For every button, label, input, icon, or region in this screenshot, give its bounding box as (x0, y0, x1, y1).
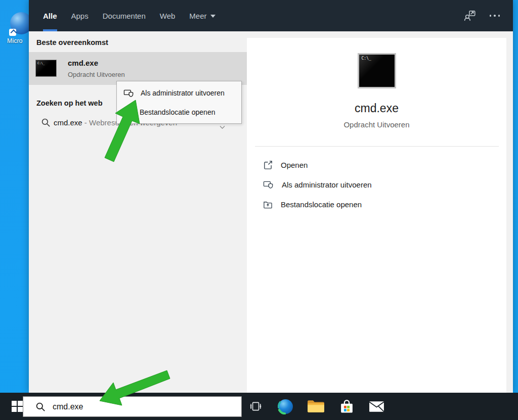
tab-meer-label: Meer (189, 12, 206, 20)
edge-icon (278, 399, 293, 414)
search-icon (41, 118, 51, 129)
tab-apps-label: Apps (71, 12, 89, 20)
context-menu: Als administrator uitvoeren Bestandsloca… (116, 81, 242, 124)
tab-web[interactable]: Web (160, 0, 176, 31)
mail-button[interactable] (365, 393, 387, 420)
context-menu-item-run-as-admin[interactable]: Als administrator uitvoeren (117, 83, 241, 103)
tab-documenten[interactable]: Documenten (103, 0, 146, 31)
open-file-location-icon (123, 108, 133, 117)
preview-panel: C:\_ cmd.exe Opdracht Uitvoeren Openen (247, 38, 506, 393)
result-title: cmd.exe (68, 59, 98, 67)
folder-icon (307, 399, 324, 413)
shortcut-arrow-icon (9, 29, 16, 36)
run-as-admin-icon (263, 180, 274, 190)
result-subtitle: Opdracht Uitvoeren (68, 71, 125, 78)
search-icon (35, 402, 46, 412)
best-match-section-title: Beste overeenkomst (36, 38, 108, 46)
web-search-section-title: Zoeken op het web (36, 99, 103, 107)
search-filter-bar: Alle Apps Documenten Web Meer (29, 0, 513, 31)
open-file-location-icon (263, 200, 273, 209)
tab-meer[interactable]: Meer (189, 0, 215, 31)
cmd-app-icon: C:\_ (35, 60, 57, 77)
context-menu-item-label: Bestandslocatie openen (140, 108, 215, 116)
windows-logo-icon (12, 401, 23, 412)
taskbar-search-box[interactable] (23, 396, 242, 417)
tab-documenten-label: Documenten (103, 12, 146, 20)
account-icon[interactable] (463, 9, 477, 22)
file-explorer-button[interactable] (305, 393, 327, 420)
action-open-file-location[interactable]: Bestandslocatie openen (247, 195, 506, 214)
edge-browser-button[interactable] (274, 393, 296, 420)
action-label: Als administrator uitvoeren (282, 180, 372, 189)
best-match-result-cmd[interactable]: C:\_ cmd.exe Opdracht Uitvoeren (29, 52, 247, 85)
action-label: Openen (281, 161, 308, 169)
tab-alle[interactable]: Alle (43, 0, 57, 31)
action-open[interactable]: Openen (247, 155, 506, 175)
mail-icon (368, 400, 385, 413)
preview-app-title: cmd.exe (355, 102, 399, 115)
cmd-app-icon-large: C:\_ (358, 53, 396, 88)
search-flyout-window: Alle Apps Documenten Web Meer (29, 0, 513, 393)
more-options-icon[interactable] (490, 15, 500, 17)
store-icon (339, 399, 355, 414)
preview-app-subtitle: Opdracht Uitvoeren (343, 120, 409, 129)
context-menu-item-label: Als administrator uitvoeren (141, 89, 225, 97)
action-run-as-admin[interactable]: Als administrator uitvoeren (247, 175, 506, 195)
tab-apps[interactable]: Apps (71, 0, 89, 31)
action-label: Bestandslocatie openen (281, 200, 362, 209)
tab-alle-label: Alle (43, 12, 57, 20)
microsoft-store-button[interactable] (335, 393, 358, 420)
divider (255, 146, 499, 147)
tab-web-label: Web (160, 12, 176, 20)
open-icon (263, 160, 273, 170)
taskbar-search-input[interactable] (53, 402, 220, 411)
run-as-admin-icon (123, 88, 134, 98)
context-menu-item-open-location[interactable]: Bestandslocatie openen (117, 103, 241, 122)
taskbar (0, 393, 518, 420)
task-view-icon (249, 400, 262, 413)
web-query-text: cmd.exe (54, 118, 82, 127)
task-view-button[interactable] (244, 393, 267, 420)
chevron-down-icon (210, 15, 215, 18)
